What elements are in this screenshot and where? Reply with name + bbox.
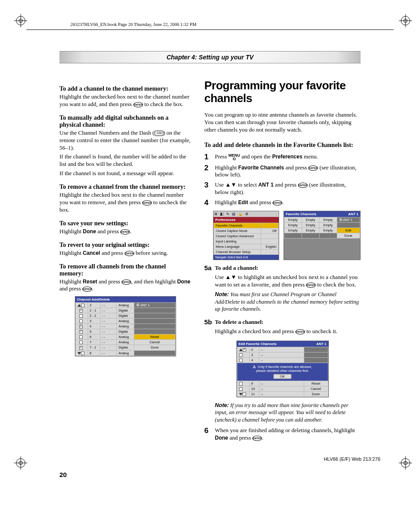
- tab-icon: ⚙: [245, 212, 248, 216]
- para: If the channel is not found, a message w…: [59, 170, 191, 177]
- para: Highlight the unchecked box next to the …: [59, 93, 191, 108]
- text: and press: [100, 250, 124, 256]
- osd-edit-favorites: Edit Favorite ChannelsANT 1 2--3--4--⚠ O…: [236, 341, 329, 397]
- footer-code: HLV66 (E/F) Web 213:276: [324, 456, 380, 462]
- enter-icon: ENTER: [120, 229, 130, 235]
- text: and press: [248, 199, 273, 206]
- text: Cancel: [83, 250, 100, 256]
- updown-arrows-icon: ▲▼: [225, 181, 236, 188]
- text: and press: [96, 228, 120, 235]
- text: and press: [273, 181, 298, 188]
- para: Use the Channel Numbers and the Dash (-1…: [59, 129, 191, 152]
- text: ANT 1: [258, 182, 274, 188]
- text: to check the box.: [316, 281, 356, 288]
- para: Highlight the checked box next to the ch…: [59, 191, 191, 214]
- text: Done: [83, 228, 96, 235]
- step-5b: 5b To delete a channel: Highlight a chec…: [204, 319, 361, 337]
- chapter-banner: Chapter 4: Setting up your TV: [59, 51, 361, 63]
- text: Use: [215, 181, 225, 188]
- heading-manual-sub: To manually add digital subchannels on a…: [59, 114, 191, 128]
- enter-icon: ENTER: [125, 251, 134, 256]
- text: When you are finished adding or deleting…: [215, 427, 355, 433]
- enter-icon: ENTER: [82, 286, 92, 292]
- text: Reset: [83, 279, 97, 285]
- para: Highlight Reset and press ENTER, and the…: [59, 278, 191, 293]
- heading-remove-all: To remove all channels from the channel …: [59, 263, 191, 277]
- osd-preferences: ⊞◧✎▤🔒⚙ Preferences Favorite ChannelsClos…: [213, 211, 279, 260]
- text: to check the box.: [143, 101, 184, 107]
- step-2: 2 Highlight Favorite Channels and press …: [204, 164, 361, 179]
- step-6: 6 When you are finished adding or deleti…: [204, 427, 361, 442]
- enter-icon: ENTER: [142, 200, 152, 206]
- text: Use the Channel Numbers and the Dash (: [59, 129, 155, 136]
- osd-title: Channel Add/Delete: [75, 297, 176, 302]
- text: Edit: [238, 199, 248, 206]
- note: Note: You must first use Channel Program…: [215, 291, 361, 312]
- step-4: 4 Highlight Edit and press ENTER.: [204, 199, 361, 207]
- menu-icon: MENUO: [228, 154, 240, 161]
- tab-icon: ◧: [220, 212, 224, 216]
- tab-icon: 🔒: [238, 212, 243, 216]
- heading-revert: To revert to your original settings:: [59, 242, 191, 249]
- osd-title: Favorite ChannelsANT 1: [284, 211, 360, 217]
- heading-remove-channel: To remove a channel from the channel mem…: [59, 184, 191, 191]
- text: Use: [215, 274, 225, 280]
- osd-title: Edit Favorite ChannelsANT 1: [237, 341, 328, 347]
- tab-icon: ⊞: [214, 212, 217, 216]
- osd-footer: Navigate Select Back Exit: [214, 255, 279, 260]
- osd-favorite-channels: Favorite ChannelsANT 1 EmptyEmptyEmpty⦿ …: [284, 211, 361, 260]
- text: and press: [59, 285, 82, 292]
- osd-title: Preferences: [214, 217, 279, 223]
- crop-mark-icon: [14, 14, 27, 27]
- para: Highlight Cancel and press ENTER before …: [59, 250, 191, 257]
- step-1: 1 Press MENUO and open the Preferences m…: [204, 153, 361, 162]
- right-column: Programming your favorite channels You c…: [204, 79, 361, 444]
- enter-icon: ENTER: [122, 279, 131, 285]
- text: Highlight: [215, 199, 238, 206]
- enter-icon: ENTER: [306, 283, 316, 288]
- enter-icon: ENTER: [298, 183, 308, 188]
- text: and open the: [240, 153, 272, 160]
- tab-icon: ✎: [226, 212, 229, 216]
- text: Press: [215, 153, 228, 160]
- text: to select: [236, 181, 258, 188]
- sub-heading: To delete a channel:: [215, 319, 263, 325]
- tab-icon: ▤: [232, 212, 236, 216]
- section-heading: Programming your favorite channels: [204, 79, 361, 104]
- text: to uncheck it.: [305, 328, 338, 334]
- enter-icon: ENTER: [308, 165, 318, 171]
- crop-mark-icon: [399, 456, 412, 470]
- text: and press: [97, 278, 122, 285]
- text: menu.: [302, 153, 318, 160]
- heading-add-channel: To add a channel to the channel memory:: [59, 85, 191, 92]
- osd-channel-add-delete: Channel Add/Delete 2- -Analog⦿ ANT 12 - …: [75, 296, 176, 356]
- text: Highlight: [215, 164, 238, 171]
- enter-icon: ENTER: [295, 329, 305, 334]
- text: and press: [228, 434, 252, 441]
- heading-add-delete-fav: To add and delete channels in the Favori…: [204, 142, 361, 149]
- para: You can program up to nine antenna chann…: [204, 111, 361, 134]
- text: and press: [284, 164, 308, 171]
- text: Highlight a checked box and press: [215, 328, 295, 334]
- text: Preferences: [272, 154, 302, 160]
- enter-icon: ENTER: [273, 200, 282, 206]
- note: Note: If you try to add more than nine f…: [215, 402, 361, 423]
- text: Favorite Channels: [238, 165, 284, 171]
- enter-icon: ENTER: [252, 436, 262, 441]
- para: Highlight Done and press ENTER.: [59, 228, 191, 235]
- heading-save: To save your new settings:: [59, 220, 191, 227]
- text: Highlight: [59, 278, 83, 285]
- text: Done: [177, 279, 190, 285]
- step-5a: 5a To add a channel: Use ▲▼ to highlight…: [204, 264, 361, 316]
- text: before saving.: [134, 250, 168, 256]
- text: Highlight: [59, 228, 83, 235]
- crop-mark-icon: [399, 14, 412, 27]
- para: If the channel is found, the number will…: [59, 153, 191, 168]
- step-3: 3 Use ▲▼ to select ANT 1 and press ENTER…: [204, 181, 361, 196]
- text: , and then highlight: [131, 278, 177, 285]
- left-column: To add a channel to the channel memory: …: [59, 79, 191, 444]
- sub-heading: To add a channel:: [215, 264, 258, 271]
- crop-mark-icon: [14, 456, 27, 470]
- text: Done: [215, 435, 228, 441]
- text: Highlight: [59, 250, 83, 256]
